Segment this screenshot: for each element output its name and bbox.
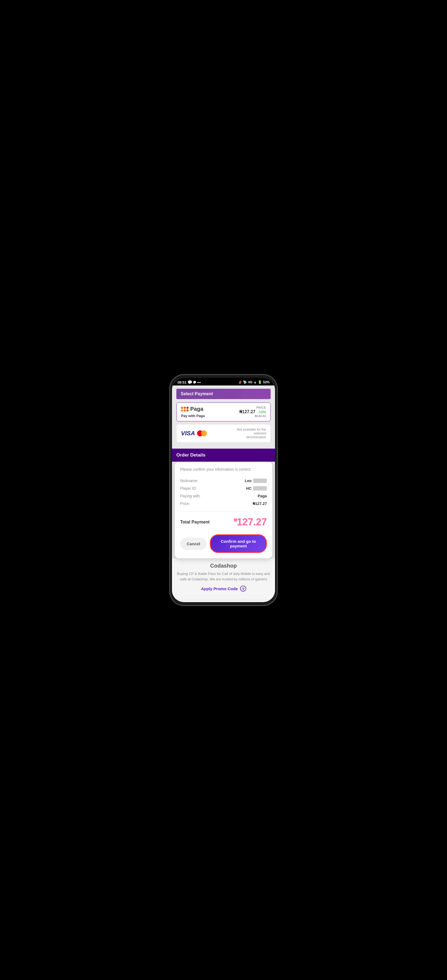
paying-with-row: Paying with: Paga [180,492,267,500]
codashop-description: Buying CP & Battle Pass for Call of duty… [176,571,271,582]
price-row: Price: ₦127.27 [180,500,267,508]
price-row-value: ₦127.27 [253,501,267,506]
player-id-row: Player ID: HC [180,485,267,492]
player-id-value: HC [246,486,267,490]
price-label: PRICE [239,406,266,409]
paga-dots-icon [181,407,188,412]
naira-symbol: ₦ [234,517,237,523]
whatsapp-icon: 💬 [188,380,192,384]
status-dot [193,381,196,383]
nickname-label: Nickname: [180,479,198,483]
time-display: 08:51 [177,380,187,384]
promo-code-label: Apply Promo Code [201,586,238,591]
promo-code-button[interactable]: Apply Promo Code ∨ [176,585,271,592]
paga-price-area: PRICE ₦127.27 -10% ₦141.41 [239,406,266,418]
nickname-value: Leo [245,479,267,483]
battery-percent: 52% [263,380,270,384]
total-label: Total Payment [180,520,209,525]
total-amount: ₦127.27 [234,516,267,528]
pay-with-paga-label: Pay with Paga [181,414,205,418]
player-id-label: Player ID: [180,486,197,490]
promo-chevron-icon: ∨ [240,585,246,592]
paying-with-label: Paying with: [180,494,201,498]
total-row: Total Payment ₦127.27 [180,515,267,529]
menu-icon: ••• [197,380,201,384]
order-modal: Please confirm your information is corre… [175,462,272,558]
phone-frame: 08:51 💬 ••• ⏰ 🔕 📡 4G ▲ 🔋 52% Select Paym… [170,375,277,605]
paga-price: ₦127.27 [239,409,255,414]
paying-with-value: Paga [258,494,267,498]
status-left: 08:51 💬 ••• [177,380,201,384]
mastercard-logo [197,430,207,436]
cancel-button[interactable]: Cancel [180,538,207,550]
visa-logo: VISA [181,430,195,437]
paga-original-price: ₦141.41 [239,414,266,418]
wifi-icon: 📡 [243,380,247,384]
divider [180,511,267,512]
paga-payment-option[interactable]: Paga Pay with Paga PRICE ₦127.27 -10% ₦1… [176,402,271,422]
visa-logo-area: VISA [181,430,207,437]
price-row-label: Price: [180,501,190,506]
modal-buttons: Cancel Confirm and go to payment [180,535,267,553]
bottom-section: Codashop Buying CP & Battle Pass for Cal… [172,558,275,599]
battery-icon: 🔋 [258,380,262,384]
signal-bars: ▲ [254,380,257,384]
codashop-title: Codashop [176,563,271,569]
main-content[interactable]: Select Payment [172,385,275,599]
paga-discount: -10% [258,410,266,414]
nickname-row: Nickname: Leo [180,477,267,485]
paga-brand-name: Paga [190,406,203,412]
not-available-text: Not available for the selected denominat… [233,428,266,439]
section-title: Select Payment [176,389,271,399]
confirm-text: Please confirm your information is corre… [180,467,267,471]
camera-notch [207,378,240,385]
phone-screen: 08:51 💬 ••• ⏰ 🔕 📡 4G ▲ 🔋 52% Select Paym… [172,378,275,602]
signal-badge: 4G [248,380,252,384]
order-details-header: Order Details [172,449,275,462]
nickname-redacted [253,479,267,483]
paga-logo: Paga [181,406,205,412]
payment-section: Select Payment [172,385,275,449]
visa-payment-option[interactable]: VISA Not available for the selected deno… [176,424,271,442]
paga-price-row: ₦127.27 -10% [239,409,266,414]
player-id-redacted [253,486,267,490]
mastercard-orange-circle [201,430,207,436]
confirm-button[interactable]: Confirm and go to payment [210,535,267,553]
paga-left: Paga Pay with Paga [181,406,205,418]
